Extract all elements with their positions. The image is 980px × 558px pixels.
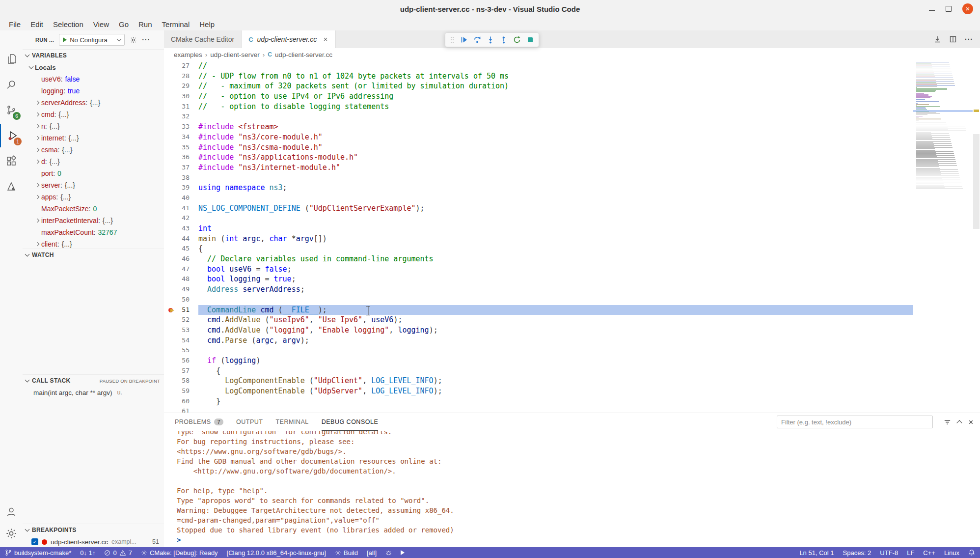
variable-row[interactable]: csma:{...}	[23, 144, 164, 156]
code-line[interactable]: 52 cmd.AddValue ("useIpv6", "Use Ipv6", …	[164, 315, 980, 325]
close-tab-icon[interactable]	[323, 36, 328, 42]
notifications-bell-icon[interactable]	[968, 549, 975, 556]
filter-icon[interactable]	[944, 418, 951, 426]
code-line[interactable]: 50	[164, 295, 980, 305]
build-button[interactable]: Build	[335, 549, 358, 557]
close-icon[interactable]	[962, 3, 973, 14]
cmake-icon[interactable]	[0, 175, 23, 198]
code-line[interactable]: 58 LogComponentEnable ("UdpClient", LOG_…	[164, 376, 980, 386]
more-actions-icon[interactable]	[965, 35, 973, 44]
launch-target-icon[interactable]	[401, 550, 405, 555]
filter-input[interactable]	[777, 416, 933, 428]
code-line[interactable]: 34#include "ns3/core-module.h"	[164, 132, 980, 142]
split-editor-icon[interactable]	[949, 35, 957, 43]
run-and-debug-icon[interactable]: 1	[0, 124, 24, 147]
menu-go[interactable]: Go	[114, 20, 134, 28]
chevron-right-icon[interactable]	[33, 148, 41, 151]
git-branch-status[interactable]: buildsystem-cmake*	[5, 549, 71, 557]
code-line[interactable]: 31// - option to disable logging stateme…	[164, 102, 980, 112]
code-line[interactable]: 49 Address serverAddress;	[164, 284, 980, 295]
chevron-right-icon[interactable]	[33, 195, 41, 198]
menu-edit[interactable]: Edit	[26, 20, 48, 28]
minimap[interactable]	[913, 61, 973, 198]
menu-terminal[interactable]: Terminal	[157, 20, 195, 28]
chevron-right-icon[interactable]	[33, 137, 41, 140]
encoding-status[interactable]: UTF-8	[880, 549, 898, 557]
code-line[interactable]: 35#include "ns3/csma-module.h"	[164, 142, 980, 153]
minimize-icon[interactable]	[929, 10, 935, 11]
code-line[interactable]: ▶51 CommandLine cmd (__FILE__);	[164, 305, 980, 315]
panel-tab-terminal[interactable]: TERMINAL	[275, 413, 308, 431]
code-line[interactable]: 43int	[164, 223, 980, 234]
cursor-position-status[interactable]: Ln 51, Col 1	[799, 549, 834, 557]
code-line[interactable]: 56 if (logging)	[164, 356, 980, 366]
run-settings-gear-icon[interactable]	[130, 36, 137, 44]
scrollbar-thumb[interactable]	[973, 134, 980, 229]
variable-row[interactable]: internet:{...}	[23, 132, 164, 144]
code-line[interactable]: 27//	[164, 61, 980, 71]
breakpoint-checkbox[interactable]	[31, 538, 38, 545]
cmake-status[interactable]: CMake: [Debug]: Ready	[141, 549, 218, 557]
breadcrumb-item[interactable]: udp-client-server	[210, 51, 260, 58]
watch-header[interactable]: WATCH	[23, 249, 164, 261]
code-line[interactable]: 53 cmd.AddValue ("logging", "Enable logg…	[164, 325, 980, 335]
variable-row[interactable]: cmd:{...}	[23, 109, 164, 120]
chevron-right-icon[interactable]	[33, 243, 41, 246]
build-target-button[interactable]: [all]	[367, 549, 377, 557]
panel-tab-problems[interactable]: PROBLEMS7	[175, 413, 223, 431]
variable-row[interactable]: useV6:false	[23, 73, 164, 85]
menu-file[interactable]: File	[4, 20, 26, 28]
chevron-right-icon[interactable]	[33, 160, 41, 163]
extensions-icon[interactable]	[0, 149, 23, 173]
more-actions-icon[interactable]	[142, 36, 150, 44]
code-line[interactable]: 36#include "ns3/applications-module.h"	[164, 152, 980, 163]
chevron-up-icon[interactable]	[956, 420, 962, 425]
code-line[interactable]: 45{	[164, 244, 980, 254]
panel-tab-debug-console[interactable]: DEBUG CONSOLE	[322, 413, 379, 431]
search-icon[interactable]	[0, 73, 23, 96]
debug-config-dropdown[interactable]: No Configura	[59, 34, 125, 46]
variable-row[interactable]: logging:true	[23, 85, 164, 97]
code-line[interactable]: 59 LogComponentEnable ("UdpServer", LOG_…	[164, 386, 980, 396]
menu-view[interactable]: View	[88, 20, 114, 28]
step-out-icon[interactable]	[500, 36, 508, 44]
variable-row[interactable]: n:{...}	[23, 120, 164, 132]
problems-status[interactable]: 0 7	[104, 549, 132, 557]
accounts-icon[interactable]	[0, 500, 23, 524]
code-line[interactable]: 37#include "ns3/internet-module.h"	[164, 163, 980, 173]
editor-scrollbar[interactable]	[973, 61, 980, 413]
os-status[interactable]: Linux	[944, 549, 959, 557]
indentation-status[interactable]: Spaces: 2	[843, 549, 871, 557]
breadcrumb-item[interactable]: udp-client-server.cc	[275, 51, 332, 58]
scope-locals[interactable]: Locals	[23, 61, 164, 73]
code-line[interactable]: 39using namespace ns3;	[164, 183, 980, 193]
code-line[interactable]: 44main (int argc, char *argv[])	[164, 234, 980, 244]
breadcrumb-item[interactable]: examples	[174, 51, 202, 58]
stop-icon[interactable]	[526, 36, 534, 44]
code-line[interactable]: 29// - maximum of 320 packets sent (or l…	[164, 81, 980, 91]
chevron-right-icon[interactable]	[33, 219, 41, 222]
debug-console[interactable]: Type "show configuration" for configurat…	[164, 431, 980, 547]
code-line[interactable]: 46 // Declare variables used in command-…	[164, 254, 980, 264]
chevron-right-icon[interactable]	[33, 125, 41, 128]
source-control-icon[interactable]: 6	[0, 98, 23, 122]
close-panel-icon[interactable]	[968, 419, 974, 425]
eol-status[interactable]: LF	[907, 549, 914, 557]
breakpoint-row[interactable]: udp-client-server.cc exampl... 51	[23, 536, 164, 547]
stack-frame-row[interactable]: main(int argc, char ** argv) u.	[23, 387, 164, 398]
code-editor[interactable]: 27//28// - UDP flow from n0 to n1 of 102…	[164, 61, 980, 413]
variable-row[interactable]: serverAddress:{...}	[23, 97, 164, 109]
tab-udp-client-server[interactable]: C udp-client-server.cc	[242, 30, 336, 48]
maximize-icon[interactable]	[946, 6, 952, 12]
settings-gear-icon[interactable]	[0, 522, 23, 545]
variable-row[interactable]: MaxPacketSize:0	[23, 203, 164, 215]
code-line[interactable]: 41NS_LOG_COMPONENT_DEFINE ("UdpClientSer…	[164, 203, 980, 214]
continue-icon[interactable]	[460, 36, 468, 44]
menu-selection[interactable]: Selection	[48, 20, 88, 28]
start-debug-icon[interactable]	[63, 37, 67, 42]
kit-status[interactable]: [Clang 12.0.0 x86_64-pc-linux-gnu]	[227, 549, 326, 557]
console-prompt-row[interactable]: >	[177, 535, 980, 545]
variable-row[interactable]: port:0	[23, 167, 164, 179]
variables-header[interactable]: VARIABLES	[23, 49, 164, 61]
toolbar-grip-icon[interactable]	[450, 36, 455, 44]
